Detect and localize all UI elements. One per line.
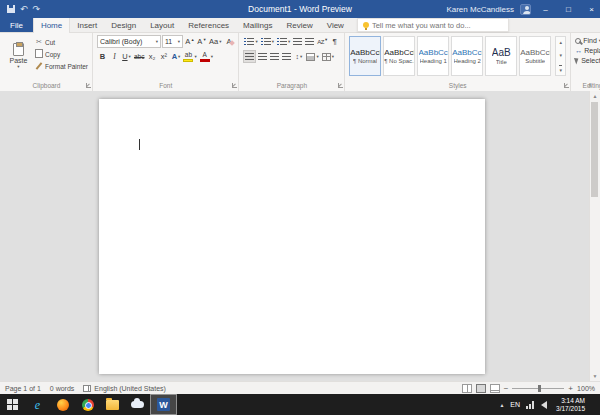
grow-font-button[interactable]: A ▴ bbox=[184, 35, 195, 48]
font-color-button[interactable]: A ▾ bbox=[199, 50, 214, 63]
collapse-ribbon-button[interactable]: ∧ bbox=[584, 79, 596, 89]
style-normal[interactable]: AaBbCcDc ¶ Normal bbox=[349, 36, 381, 76]
increase-indent-button[interactable] bbox=[304, 35, 315, 48]
tell-me-box[interactable] bbox=[357, 18, 509, 32]
find-button[interactable]: Find ▾ bbox=[575, 37, 600, 44]
justify-button[interactable] bbox=[281, 50, 292, 63]
clock-date: 3/17/2015 bbox=[556, 405, 585, 413]
redo-icon[interactable]: ↷ bbox=[33, 5, 41, 14]
text-effects-button[interactable]: A ▾ bbox=[170, 50, 181, 63]
tab-mailings[interactable]: Mailings bbox=[236, 18, 279, 32]
taskbar-onedrive[interactable] bbox=[125, 394, 150, 415]
signed-in-user[interactable]: Karen McCandless bbox=[446, 5, 514, 14]
minimize-button[interactable]: – bbox=[537, 0, 554, 18]
input-language-indicator[interactable]: EN bbox=[510, 401, 520, 408]
bullets-button[interactable]: ▾ bbox=[243, 35, 258, 48]
styles-dialog-launcher[interactable] bbox=[564, 83, 569, 88]
bold-button[interactable]: B bbox=[97, 50, 108, 63]
zoom-out-button[interactable]: − bbox=[504, 384, 509, 393]
undo-icon[interactable]: ↶ bbox=[20, 5, 28, 14]
tab-home[interactable]: Home bbox=[33, 18, 70, 33]
format-painter-button[interactable]: Format Painter bbox=[35, 61, 88, 71]
tab-references[interactable]: References bbox=[181, 18, 236, 32]
volume-icon[interactable] bbox=[541, 401, 547, 409]
borders-button[interactable]: ▾ bbox=[321, 50, 335, 63]
change-case-button[interactable]: Aa ▾ bbox=[208, 35, 222, 48]
tab-file[interactable]: File bbox=[0, 18, 33, 32]
style-title[interactable]: AaB Title bbox=[485, 36, 517, 76]
copy-button[interactable]: Copy bbox=[35, 49, 88, 59]
scroll-up-icon[interactable]: ▴ bbox=[559, 39, 562, 45]
style-heading-1[interactable]: AaBbCc Heading 1 bbox=[417, 36, 449, 76]
line-spacing-button[interactable]: ↕ ▾ bbox=[293, 50, 304, 63]
maximize-button[interactable]: □ bbox=[560, 0, 577, 18]
font-dialog-launcher[interactable] bbox=[232, 83, 237, 88]
align-left-button[interactable] bbox=[243, 50, 256, 63]
print-layout-button[interactable] bbox=[476, 384, 486, 393]
clear-formatting-button[interactable]: A bbox=[223, 35, 234, 48]
web-layout-button[interactable] bbox=[490, 384, 500, 393]
style-preview: AaBbCc bbox=[419, 48, 448, 57]
style-subtitle[interactable]: AaBbCcD Subtitle bbox=[519, 36, 551, 76]
tray-expand-icon[interactable]: ▲ bbox=[499, 402, 504, 408]
tab-design[interactable]: Design bbox=[104, 18, 143, 32]
taskbar-file-explorer[interactable] bbox=[100, 394, 125, 415]
taskbar-firefox[interactable] bbox=[50, 394, 75, 415]
shrink-font-button[interactable]: A ▾ bbox=[196, 35, 207, 48]
styles-more-icon[interactable]: ▾ bbox=[559, 65, 562, 73]
word-count[interactable]: 0 words bbox=[50, 385, 75, 392]
zoom-in-button[interactable]: + bbox=[568, 384, 573, 393]
close-button[interactable]: × bbox=[583, 0, 600, 18]
sort-button[interactable]: AZ ▾ bbox=[316, 35, 328, 48]
user-avatar[interactable] bbox=[520, 4, 531, 15]
align-right-button[interactable] bbox=[269, 50, 280, 63]
document-page[interactable] bbox=[99, 99, 485, 374]
superscript-button[interactable]: x² bbox=[158, 50, 169, 63]
highlight-color-button[interactable]: ab ▾ bbox=[182, 50, 197, 63]
replace-button[interactable]: ↔ Replace bbox=[575, 47, 600, 54]
show-formatting-button[interactable]: ¶ bbox=[329, 35, 340, 48]
style-no-spacing[interactable]: AaBbCcDc ¶ No Spac... bbox=[383, 36, 415, 76]
italic-button[interactable]: I bbox=[109, 50, 120, 63]
font-size-combo[interactable]: 11 ▾ bbox=[162, 35, 183, 48]
page-count[interactable]: Page 1 of 1 bbox=[5, 385, 41, 392]
tab-view[interactable]: View bbox=[320, 18, 351, 32]
save-icon[interactable] bbox=[7, 5, 15, 13]
zoom-slider[interactable] bbox=[512, 388, 564, 389]
taskbar-chrome[interactable] bbox=[75, 394, 100, 415]
scroll-down-arrow-icon[interactable]: ▼ bbox=[593, 373, 598, 379]
font-family-combo[interactable]: Calibri (Body) ▾ bbox=[97, 35, 161, 48]
select-button[interactable]: Select ▾ bbox=[575, 57, 600, 64]
scroll-up-arrow-icon[interactable]: ▲ bbox=[593, 93, 598, 99]
read-mode-button[interactable] bbox=[462, 384, 472, 393]
taskbar-internet-explorer[interactable]: e bbox=[25, 394, 50, 415]
vertical-scrollbar[interactable]: ▲ ▼ bbox=[589, 91, 600, 381]
taskbar-clock[interactable]: 3:14 AM 3/17/2015 bbox=[553, 397, 588, 413]
paste-button[interactable]: Paste ▾ bbox=[5, 35, 32, 77]
align-center-button[interactable] bbox=[257, 50, 268, 63]
clipboard-dialog-launcher[interactable] bbox=[86, 83, 91, 88]
decrease-indent-button[interactable] bbox=[292, 35, 303, 48]
zoom-slider-thumb[interactable] bbox=[538, 385, 541, 392]
scrollbar-thumb[interactable] bbox=[591, 102, 598, 197]
numbering-button[interactable]: ▾ bbox=[260, 35, 275, 48]
subscript-button[interactable]: x₂ bbox=[146, 50, 157, 63]
strikethrough-button[interactable]: abc bbox=[133, 50, 145, 63]
underline-button[interactable]: U ▾ bbox=[121, 50, 132, 63]
network-icon[interactable] bbox=[526, 401, 535, 409]
zoom-level[interactable]: 100% bbox=[577, 385, 595, 392]
style-heading-2[interactable]: AaBbCcE Heading 2 bbox=[451, 36, 483, 76]
shading-button[interactable]: ▾ bbox=[305, 50, 319, 63]
tab-layout[interactable]: Layout bbox=[143, 18, 181, 32]
taskbar-word[interactable]: W bbox=[150, 394, 177, 415]
start-button[interactable] bbox=[0, 394, 25, 415]
tab-review[interactable]: Review bbox=[279, 18, 319, 32]
paragraph-dialog-launcher[interactable] bbox=[338, 83, 343, 88]
multilevel-list-button[interactable]: ▾ bbox=[276, 35, 291, 48]
scroll-down-icon[interactable]: ▾ bbox=[559, 52, 562, 58]
tell-me-input[interactable] bbox=[372, 21, 503, 30]
cut-button[interactable]: ✂ Cut bbox=[35, 37, 88, 47]
tab-insert[interactable]: Insert bbox=[70, 18, 104, 32]
cursor-arrow-icon bbox=[574, 57, 580, 65]
language-status[interactable]: English (United States) bbox=[83, 385, 166, 392]
